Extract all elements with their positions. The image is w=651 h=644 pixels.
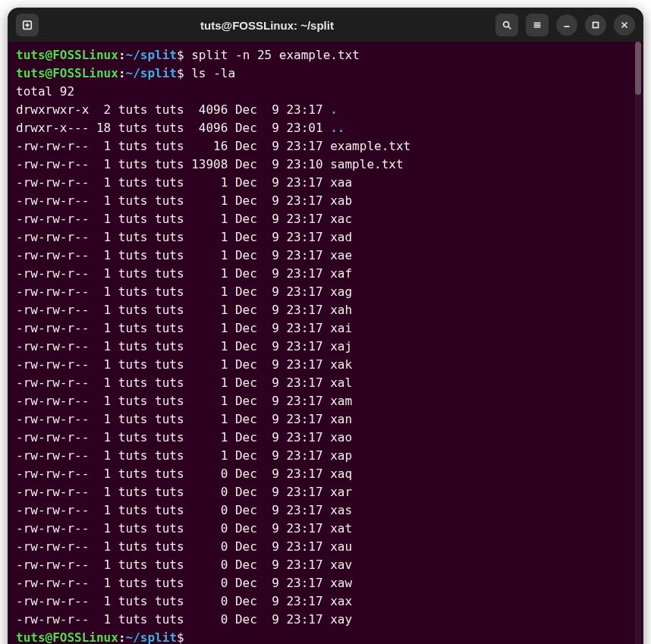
list-item: -rw-rw-r-- 1 tuts tuts 0 Dec 9 23:17 xax [16, 592, 635, 611]
list-item: -rw-rw-r-- 1 tuts tuts 0 Dec 9 23:17 xar [16, 483, 635, 501]
scrollbar-thumb[interactable] [635, 42, 641, 95]
list-item: -rw-rw-r-- 1 tuts tuts 0 Dec 9 23:17 xay [16, 611, 635, 629]
minimize-button[interactable] [556, 14, 577, 36]
list-item: -rw-rw-r-- 1 tuts tuts 1 Dec 9 23:17 xaf [16, 265, 635, 283]
list-item: -rw-rw-r-- 1 tuts tuts 1 Dec 9 23:17 xak [16, 356, 635, 374]
list-item: -rw-rw-r-- 1 tuts tuts 16 Dec 9 23:17 ex… [16, 137, 635, 156]
new-tab-button[interactable] [16, 14, 39, 36]
maximize-button[interactable] [585, 14, 606, 36]
list-item: -rw-rw-r-- 1 tuts tuts 1 Dec 9 23:17 xap [16, 447, 635, 465]
list-item: -rw-rw-r-- 1 tuts tuts 0 Dec 9 23:17 xas [16, 501, 635, 520]
prompt-line: tuts@FOSSLinux:~/split$ split -n 25 exam… [16, 46, 635, 64]
menu-button[interactable] [526, 14, 549, 36]
list-item: -rw-rw-r-- 1 tuts tuts 0 Dec 9 23:17 xav [16, 556, 635, 574]
svg-point-1 [504, 22, 509, 27]
terminal-window: tuts@FOSSLinux: ~/split tuts@FOSSLinux:~… [8, 8, 643, 644]
titlebar: tuts@FOSSLinux: ~/split [8, 8, 643, 42]
command-text: split -n 25 example.txt [191, 48, 360, 62]
list-item: -rw-rw-r-- 1 tuts tuts 1 Dec 9 23:17 xai [16, 319, 635, 338]
svg-rect-2 [593, 23, 599, 28]
list-item: -rw-rw-r-- 1 tuts tuts 1 Dec 9 23:17 xab [16, 192, 635, 210]
command-text: ls -la [191, 66, 235, 80]
close-button[interactable] [614, 14, 635, 36]
list-item: drwxr-x--- 18 tuts tuts 4096 Dec 9 23:01… [16, 119, 635, 137]
prompt-line: tuts@FOSSLinux:~/split$ ls -la [16, 64, 635, 83]
list-item: drwxrwxr-x 2 tuts tuts 4096 Dec 9 23:17 … [16, 101, 635, 119]
list-item: -rw-rw-r-- 1 tuts tuts 13908 Dec 9 23:10… [16, 156, 635, 174]
terminal-body[interactable]: tuts@FOSSLinux:~/split$ split -n 25 exam… [8, 42, 643, 644]
list-item: -rw-rw-r-- 1 tuts tuts 1 Dec 9 23:17 xal [16, 374, 635, 392]
list-item: -rw-rw-r-- 1 tuts tuts 1 Dec 9 23:17 xag [16, 283, 635, 301]
list-item: -rw-rw-r-- 1 tuts tuts 1 Dec 9 23:17 xam [16, 392, 635, 410]
list-item: -rw-rw-r-- 1 tuts tuts 1 Dec 9 23:17 xaa [16, 174, 635, 192]
list-item: -rw-rw-r-- 1 tuts tuts 1 Dec 9 23:17 xao [16, 429, 635, 447]
list-item: -rw-rw-r-- 1 tuts tuts 1 Dec 9 23:17 xae [16, 247, 635, 265]
list-item: -rw-rw-r-- 1 tuts tuts 0 Dec 9 23:17 xau [16, 538, 635, 556]
list-item: -rw-rw-r-- 1 tuts tuts 1 Dec 9 23:17 xaj [16, 338, 635, 356]
total-line: total 92 [16, 83, 635, 101]
prompt-line[interactable]: tuts@FOSSLinux:~/split$ [16, 629, 635, 644]
list-item: -rw-rw-r-- 1 tuts tuts 0 Dec 9 23:17 xat [16, 520, 635, 538]
scrollbar[interactable] [635, 42, 641, 644]
window-title: tuts@FOSSLinux: ~/split [45, 19, 489, 32]
search-button[interactable] [495, 14, 518, 36]
list-item: -rw-rw-r-- 1 tuts tuts 1 Dec 9 23:17 xac [16, 210, 635, 228]
list-item: -rw-rw-r-- 1 tuts tuts 0 Dec 9 23:17 xaw [16, 574, 635, 592]
list-item: -rw-rw-r-- 1 tuts tuts 1 Dec 9 23:17 xan [16, 410, 635, 429]
list-item: -rw-rw-r-- 1 tuts tuts 1 Dec 9 23:17 xah [16, 301, 635, 319]
list-item: -rw-rw-r-- 1 tuts tuts 0 Dec 9 23:17 xaq [16, 465, 635, 483]
list-item: -rw-rw-r-- 1 tuts tuts 1 Dec 9 23:17 xad [16, 228, 635, 247]
